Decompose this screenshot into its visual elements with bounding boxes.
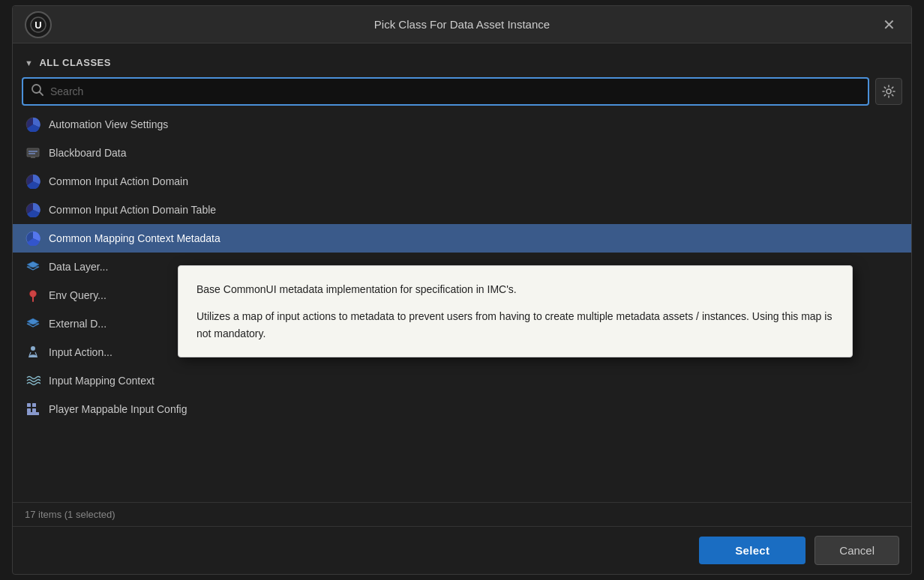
svg-rect-22 bbox=[32, 403, 36, 407]
content-area: ▼ ALL CLASSES bbox=[13, 43, 911, 526]
list-item[interactable]: Blackboard Data bbox=[13, 139, 911, 167]
svg-point-18 bbox=[31, 346, 35, 351]
list-area: Automation View Settings Blackboard Data bbox=[13, 110, 911, 502]
title-bar-left: U bbox=[25, 11, 52, 38]
footer: Select Cancel bbox=[13, 526, 911, 574]
item-label: Common Mapping Context Metadata bbox=[49, 232, 899, 244]
person-icon bbox=[25, 344, 41, 360]
waves-icon bbox=[25, 372, 41, 389]
pin-icon bbox=[25, 287, 41, 303]
item-label: Player Mappable Input Config bbox=[49, 403, 899, 415]
stack-icon bbox=[25, 259, 41, 275]
svg-rect-6 bbox=[27, 148, 39, 157]
item-label: Common Input Action Domain bbox=[49, 175, 899, 187]
ue-logo: U bbox=[25, 11, 52, 38]
stack-icon bbox=[25, 315, 41, 332]
list-item[interactable]: Common Input Action Domain bbox=[13, 167, 911, 196]
item-label: Common Input Action Domain Table bbox=[49, 204, 899, 216]
svg-point-4 bbox=[886, 89, 891, 94]
blackboard-icon bbox=[25, 145, 41, 161]
search-icon bbox=[31, 83, 44, 100]
svg-rect-23 bbox=[27, 408, 31, 412]
list-item[interactable]: Common Input Action Domain Table bbox=[13, 196, 911, 224]
section-label: ALL CLASSES bbox=[39, 57, 111, 68]
section-header: ▼ ALL CLASSES bbox=[13, 52, 911, 73]
svg-rect-25 bbox=[27, 412, 39, 415]
svg-text:U: U bbox=[34, 19, 41, 31]
pie-icon bbox=[25, 202, 41, 218]
list-item[interactable]: Player Mappable Input Config bbox=[13, 395, 911, 423]
status-text: 17 items (1 selected) bbox=[25, 509, 116, 520]
search-row bbox=[13, 73, 911, 110]
tooltip-line2: Utilizes a map of input actions to metad… bbox=[196, 308, 834, 342]
pie-icon bbox=[25, 116, 41, 133]
grid-icon bbox=[25, 401, 41, 417]
cancel-button[interactable]: Cancel bbox=[814, 536, 899, 565]
title-bar: U Pick Class For Data Asset Instance ✕ bbox=[13, 6, 911, 43]
search-wrapper bbox=[22, 77, 869, 106]
dialog-title: Pick Class For Data Asset Instance bbox=[374, 18, 550, 31]
status-bar: 17 items (1 selected) bbox=[13, 502, 911, 526]
svg-rect-24 bbox=[32, 408, 36, 412]
pie-icon bbox=[25, 230, 41, 247]
search-input[interactable] bbox=[50, 85, 860, 97]
item-label: Automation View Settings bbox=[49, 118, 899, 130]
svg-rect-9 bbox=[31, 157, 35, 158]
item-label: Blackboard Data bbox=[49, 147, 899, 159]
list-item-selected[interactable]: Common Mapping Context Metadata Base Com… bbox=[13, 224, 911, 253]
list-item[interactable]: Automation View Settings bbox=[13, 110, 911, 139]
select-button[interactable]: Select bbox=[699, 537, 806, 564]
list-item[interactable]: Input Mapping Context bbox=[13, 366, 911, 395]
dialog-window: U Pick Class For Data Asset Instance ✕ ▼… bbox=[12, 5, 912, 575]
pie-icon bbox=[25, 173, 41, 190]
settings-button[interactable] bbox=[875, 78, 902, 105]
svg-rect-21 bbox=[27, 403, 31, 407]
svg-line-3 bbox=[40, 92, 44, 96]
tooltip-line1: Base CommonUI metadata implementation fo… bbox=[196, 281, 834, 297]
chevron-icon: ▼ bbox=[25, 58, 33, 67]
tooltip-popup: Base CommonUI metadata implementation fo… bbox=[178, 265, 853, 357]
item-label: Input Mapping Context bbox=[49, 375, 899, 387]
close-button[interactable]: ✕ bbox=[878, 14, 899, 35]
